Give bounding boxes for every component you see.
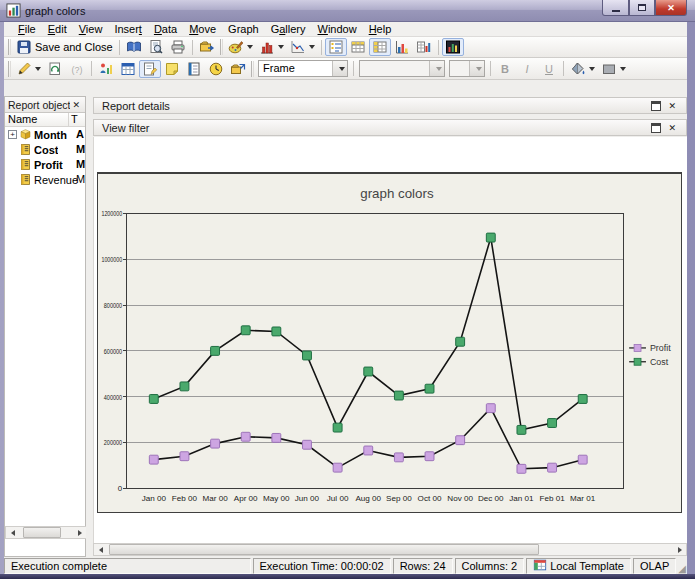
export-button[interactable] [196,38,218,56]
send-to-button[interactable] [227,60,249,78]
re-execute-button[interactable] [44,60,66,78]
design-view-button[interactable] [95,60,117,78]
view-filter-bar[interactable]: View filter ✕ [93,119,687,136]
toolbar-separator [321,40,322,55]
underline-button[interactable]: U [538,60,560,78]
report-objects-button[interactable] [183,60,205,78]
chevron-down-icon[interactable] [589,67,595,71]
local-template-icon [533,558,547,572]
minimize-icon [612,10,620,12]
graph-style-button[interactable] [225,38,256,56]
close-panel-icon[interactable]: ✕ [70,100,82,110]
outline-view-button[interactable] [325,38,347,56]
grid-columns-button[interactable] [369,38,391,56]
toolbar-grip[interactable] [8,61,11,77]
border-color-button[interactable] [598,60,629,78]
tree-item-label: Revenue [34,174,78,186]
maximize-panel-icon[interactable] [651,101,661,111]
panel-splitter[interactable] [86,96,93,557]
help-mode-button[interactable]: (?) [66,60,88,78]
chevron-down-icon[interactable] [247,45,253,49]
scroll-thumb[interactable] [109,544,539,555]
menu-data[interactable]: Data [148,22,183,37]
line-graph-type-button[interactable] [287,38,318,56]
resize-grip[interactable]: ◢ [678,558,687,574]
scroll-left-icon[interactable] [6,527,19,538]
svg-text:May 00: May 00 [263,494,290,503]
history-button[interactable] [205,60,227,78]
toolbar-grip[interactable] [251,61,254,77]
app-window: graph colors ✕ FileEditViewInsertDataMov… [0,0,695,579]
fill-color-icon [570,61,586,77]
toolbar-grip[interactable] [220,39,223,55]
chevron-down-icon[interactable] [620,67,626,71]
menu-insert[interactable]: Insert [108,22,148,37]
report-details-button[interactable] [123,38,145,56]
menu-gallery[interactable]: Gallery [265,22,312,37]
frame-combobox[interactable]: Frame [258,60,348,77]
maximize-panel-icon[interactable] [651,123,661,133]
scroll-right-icon[interactable] [73,527,86,538]
chevron-down-icon[interactable] [35,67,41,71]
chevron-down-icon[interactable] [309,45,315,49]
tree-item-month[interactable]: +MonthA [5,127,85,142]
expand-icon[interactable]: + [8,130,17,139]
print-button[interactable] [167,38,189,56]
chevron-down-icon[interactable] [429,61,444,76]
menu-move[interactable]: Move [183,22,222,37]
bold-button[interactable]: B [494,60,516,78]
fill-color-button[interactable] [567,60,598,78]
scroll-thumb[interactable] [23,527,61,538]
tree-item-cost[interactable]: CostM [5,142,85,157]
report-details-bar[interactable]: Report details ✕ [93,97,687,114]
minimize-button[interactable] [602,0,629,16]
grid-rows-button[interactable] [347,38,369,56]
menu-graph[interactable]: Graph [222,22,265,37]
svg-text:Mar 00: Mar 00 [202,494,228,503]
sidebar-hscrollbar[interactable] [5,526,87,539]
menu-window[interactable]: Window [312,22,363,37]
close-button[interactable]: ✕ [655,0,687,16]
titlebar[interactable]: graph colors ✕ [0,0,695,22]
svg-text:Jan 01: Jan 01 [509,494,534,503]
notes-button[interactable] [161,60,183,78]
report-details-title: Report details [102,100,651,112]
maximize-button[interactable] [629,0,655,16]
tree-item-profit[interactable]: ProfitM [5,157,85,172]
report-objects-title: Report objects [8,99,70,111]
svg-text:800000: 800000 [104,301,123,310]
graph-report[interactable]: graph colors0200000400000600000800000100… [97,172,682,513]
graph-options-button[interactable] [391,38,413,56]
menu-view[interactable]: View [73,22,109,37]
menu-file[interactable]: File [12,22,42,37]
chevron-down-icon[interactable] [469,61,484,76]
print-preview-button[interactable] [145,38,167,56]
close-report-details-icon[interactable]: ✕ [666,101,678,111]
tree-item-label: Month [34,129,67,141]
status-execution-time: Execution Time: 00:00:02 [253,558,391,574]
menu-help[interactable]: Help [363,22,398,37]
grid-view-button[interactable] [117,60,139,78]
bar-graph-type-button[interactable] [256,38,287,56]
grid-graph-view-button[interactable] [413,38,435,56]
italic-button[interactable]: I [516,60,538,78]
toolbar-separator [91,61,92,76]
form-view-button[interactable] [139,60,161,78]
save-and-close-button[interactable]: Save and Close [13,38,116,56]
font-name-combobox[interactable] [359,60,445,77]
column-header-type[interactable]: T [69,113,85,126]
font-size-combobox[interactable] [449,60,485,77]
menu-edit[interactable]: Edit [42,22,73,37]
chevron-down-icon[interactable] [332,61,347,76]
graph-view-button[interactable] [442,38,464,56]
toolbar-grip[interactable] [8,39,11,55]
close-view-filter-icon[interactable]: ✕ [666,123,678,133]
document-hscrollbar[interactable] [93,543,687,556]
format-button[interactable] [13,60,44,78]
scroll-left-icon[interactable] [94,544,107,555]
tree-item-revenue[interactable]: RevenueM [5,172,85,187]
chevron-down-icon[interactable] [278,45,284,49]
column-header-name[interactable]: Name [5,113,69,126]
tree-item-type: M [76,158,85,170]
scroll-right-icon[interactable] [673,544,686,555]
